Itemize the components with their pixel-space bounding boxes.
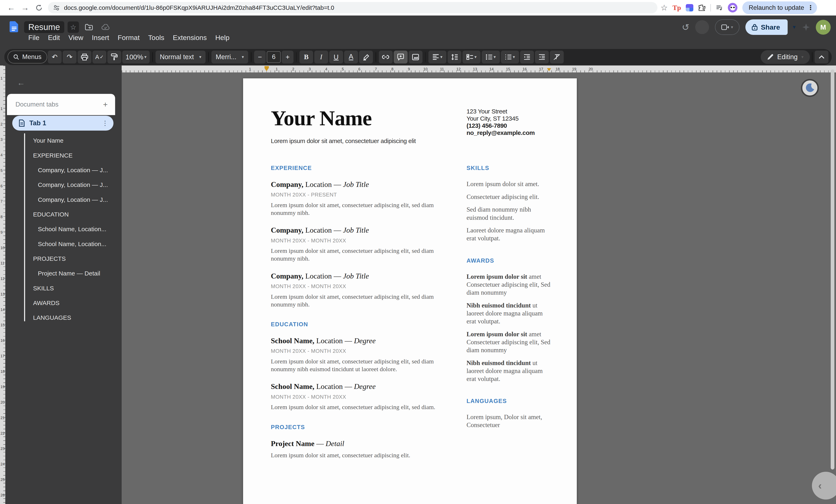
sidebar-back-icon[interactable]: ←	[17, 78, 25, 87]
document-title[interactable]: Resume	[24, 21, 64, 33]
underline-button[interactable]: U	[329, 51, 343, 63]
insert-link-button[interactable]	[379, 51, 393, 63]
left-indent-marker[interactable]	[265, 66, 269, 71]
extensions-puzzle-icon[interactable]	[698, 4, 706, 12]
address-bar[interactable]: docs.google.com/document/d/1lu-86p0FSKqp…	[48, 2, 658, 13]
browser-back-button[interactable]: ←	[4, 1, 18, 15]
checklist-caret-icon: ▾	[474, 55, 476, 59]
document-page[interactable]: Your Name Lorem ipsum dolor sit amet, co…	[243, 78, 577, 504]
outline-item[interactable]: Company, Location — J...	[33, 192, 119, 207]
increase-font-size-button[interactable]: +	[282, 51, 293, 63]
zoom-select[interactable]: 100%▾	[122, 51, 150, 63]
undo-button[interactable]: ↶	[48, 51, 62, 63]
tab-1-item[interactable]: Tab 1 ⋮	[12, 116, 113, 131]
add-comment-button[interactable]	[394, 51, 407, 63]
clear-formatting-button[interactable]	[550, 51, 564, 63]
highlight-color-button[interactable]	[359, 51, 373, 63]
outline-item[interactable]: Company, Location — J...	[33, 163, 119, 177]
entry-title: Company, Location — Job Title	[271, 272, 440, 280]
paragraph-style-select[interactable]: Normal text▾	[155, 51, 206, 63]
decrease-indent-button[interactable]	[520, 51, 534, 63]
outline-item[interactable]: PROJECTS	[33, 251, 119, 266]
hide-menus-button[interactable]	[815, 51, 829, 63]
google-docs-logo-icon[interactable]	[10, 21, 19, 33]
entry-title: School Name, Location — Degree	[271, 382, 440, 391]
cloud-save-status-icon[interactable]	[99, 22, 113, 32]
url-text: docs.google.com/document/d/1lu-86p0FSKqp…	[64, 4, 334, 11]
spellcheck-button[interactable]: A✓	[93, 51, 106, 63]
menu-format[interactable]: Format	[114, 33, 143, 42]
job-title: Job Title	[343, 226, 369, 234]
checklist-button[interactable]: ▾	[462, 51, 481, 63]
outline-item[interactable]: Project Name — Detail	[33, 266, 119, 281]
share-label: Share	[761, 23, 780, 31]
line-spacing-button[interactable]	[448, 51, 461, 63]
menu-edit[interactable]: Edit	[44, 33, 64, 42]
text-color-button[interactable]: A	[344, 51, 358, 63]
numbered-list-button[interactable]: ▾	[501, 51, 519, 63]
decrease-font-size-button[interactable]: −	[254, 51, 266, 63]
add-tab-button[interactable]: +	[103, 100, 108, 109]
browser-menu-kebab-icon[interactable]: ⋮	[808, 4, 814, 12]
move-to-folder-icon[interactable]	[82, 22, 96, 32]
squares-extension-icon[interactable]	[686, 4, 694, 12]
playlist-extension-icon[interactable]	[716, 4, 723, 12]
outline-item[interactable]: School Name, Location...	[33, 236, 119, 251]
bookmark-star-icon[interactable]: ☆	[661, 3, 668, 12]
italic-button[interactable]: I	[314, 51, 328, 63]
outline-item[interactable]: AWARDS	[33, 296, 119, 310]
profile-avatar-panda[interactable]	[728, 3, 737, 13]
share-button[interactable]: Share	[745, 19, 787, 35]
site-settings-icon[interactable]	[53, 4, 60, 11]
dark-mode-toggle-button[interactable]	[801, 79, 819, 97]
menu-extensions[interactable]: Extensions	[169, 33, 211, 42]
relaunch-to-update-button[interactable]: Relaunch to update ⋮	[742, 1, 817, 14]
search-menus-button[interactable]: Menus	[7, 51, 48, 63]
menu-view[interactable]: View	[65, 33, 87, 42]
insert-image-button[interactable]	[408, 51, 422, 63]
bulleted-list-button[interactable]: ▾	[482, 51, 500, 63]
menu-file[interactable]: File	[24, 33, 43, 42]
outline-item[interactable]: Company, Location — J...	[33, 177, 119, 192]
browser-reload-button[interactable]	[32, 1, 46, 15]
company-location: Location	[303, 272, 332, 280]
star-document-icon[interactable]: ☆	[68, 21, 79, 33]
increase-indent-button[interactable]	[535, 51, 549, 63]
education-heading: EDUCATION	[271, 321, 440, 328]
side-panel-expand-button[interactable]: ‹	[812, 472, 836, 500]
outline-item[interactable]: EDUCATION	[33, 207, 119, 222]
font-size-input[interactable]: 6	[267, 51, 281, 63]
outline-item[interactable]: School Name, Location...	[33, 222, 119, 236]
print-button[interactable]	[78, 51, 92, 63]
toolbar-divider	[251, 52, 251, 62]
meet-video-call-button[interactable]: ▾	[715, 19, 739, 35]
account-avatar[interactable]: M	[816, 20, 831, 35]
outline-item[interactable]: Your Name	[33, 133, 119, 148]
entry-dates: MONTH 20XX - MONTH 20XX	[271, 283, 440, 290]
right-indent-marker[interactable]	[547, 68, 551, 71]
bold-button[interactable]: B	[299, 51, 313, 63]
align-button[interactable]: ▾	[429, 51, 446, 63]
redo-button[interactable]: ↷	[63, 51, 77, 63]
outline-item[interactable]: LANGUAGES	[33, 310, 119, 325]
menu-tools[interactable]: Tools	[145, 33, 168, 42]
outline-item[interactable]: EXPERIENCE	[33, 148, 119, 162]
vertical-scrollbar-thumb[interactable]	[831, 70, 834, 470]
font-family-select[interactable]: Merri...▾	[211, 51, 248, 63]
version-history-icon[interactable]: ↺	[682, 22, 689, 33]
editing-mode-button[interactable]: Editing ▾	[761, 50, 810, 64]
menu-insert[interactable]: Insert	[88, 33, 113, 42]
tp-extension-icon[interactable]: Tp	[672, 4, 681, 12]
vertical-ruler[interactable]: 1123456789101112131415161718192021222324…	[0, 65, 5, 504]
share-dropdown-caret-icon[interactable]: ▼	[792, 24, 796, 30]
gemini-sparkle-icon[interactable]	[802, 23, 810, 31]
tab-options-kebab-icon[interactable]: ⋮	[102, 119, 108, 127]
browser-forward-button[interactable]: →	[18, 1, 32, 15]
award-item: Lorem ipsum dolor sit amet Consectetuer …	[467, 273, 552, 297]
comments-button[interactable]	[695, 20, 709, 34]
paint-format-button[interactable]	[107, 51, 121, 63]
horizontal-ruler[interactable]: 11234567891011121314151617181920	[122, 65, 836, 73]
degree: Degree	[354, 382, 376, 390]
outline-item[interactable]: SKILLS	[33, 281, 119, 295]
menu-help[interactable]: Help	[211, 33, 233, 42]
